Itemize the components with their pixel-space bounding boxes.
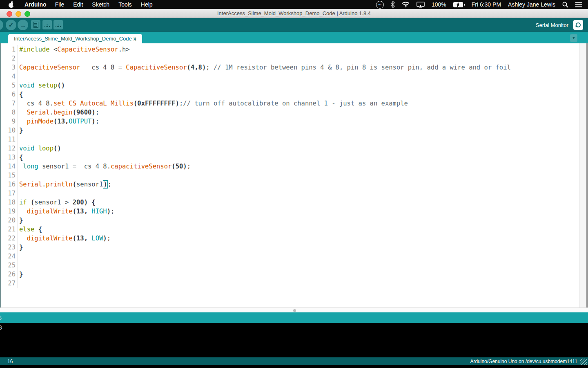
code-line[interactable]: 25: [1, 261, 580, 270]
window-title: InterAccess_Slime_Mold_Workshop_Demo_Cod…: [0, 10, 588, 16]
airplay-display-icon[interactable]: [416, 2, 425, 8]
document-icon: [33, 22, 38, 28]
code-text: [18, 54, 19, 63]
code-line[interactable]: 8 Serial.begin(9600);: [1, 108, 580, 117]
code-line[interactable]: 1#include <CapacitiveSensor.h>: [1, 45, 580, 54]
console-output[interactable]: G: [0, 323, 588, 357]
code-line[interactable]: 4: [1, 72, 580, 81]
menu-app-name[interactable]: Arduino: [20, 1, 51, 8]
spotlight-search-icon[interactable]: [562, 2, 568, 8]
code-token: set_CS_AutocaL_Millis: [53, 100, 134, 107]
menubar-user[interactable]: Ashley Jane Lewis: [508, 1, 555, 8]
code-line[interactable]: 15: [1, 171, 580, 180]
code-token: ): [91, 118, 95, 125]
code-token: {: [38, 226, 42, 233]
code-token: (50): [172, 163, 187, 170]
verify-button[interactable]: ✓: [6, 20, 16, 30]
code-token: }: [19, 271, 23, 278]
menu-help[interactable]: Help: [136, 1, 157, 8]
code-line[interactable]: 27: [1, 279, 580, 288]
code-line[interactable]: 17: [1, 189, 580, 198]
line-number: 14: [1, 162, 18, 171]
menu-file[interactable]: File: [51, 1, 69, 8]
code-token: [88, 235, 91, 242]
line-number: 21: [1, 225, 18, 234]
editor-scrollbar[interactable]: [579, 43, 586, 307]
code-text: digitalWrite(13, HIGH);: [18, 207, 114, 216]
line-number: 23: [1, 243, 18, 252]
tab-dropdown-button[interactable]: ▼: [570, 34, 577, 42]
serial-monitor-button[interactable]: [573, 20, 583, 30]
code-line[interactable]: 11: [1, 135, 580, 144]
window-titlebar[interactable]: InterAccess_Slime_Mold_Workshop_Demo_Cod…: [0, 9, 588, 18]
code-editor[interactable]: 1#include <CapacitiveSensor.h>23Capaciti…: [0, 43, 588, 307]
code-line[interactable]: 5void setup(): [1, 81, 580, 90]
code-token: (0xFFFFFFFF): [134, 100, 179, 107]
code-line[interactable]: 16Serial.println(sensor1);: [1, 180, 580, 189]
upload-button[interactable]: →: [18, 20, 28, 30]
menu-edit[interactable]: Edit: [69, 1, 87, 8]
code-line[interactable]: 7 cs_4_8.set_CS_AutocaL_Millis(0xFFFFFFF…: [1, 99, 580, 108]
code-line[interactable]: 9 pinMode(13,OUTPUT);: [1, 117, 580, 126]
menubar-clock[interactable]: Fri 6:30 PM: [472, 1, 501, 8]
right-arrow-icon: →: [20, 22, 26, 29]
board-port-indicator: Arduino/Genuino Uno on /dev/cu.usbmodem1…: [470, 359, 588, 364]
code-line[interactable]: 12void loop(): [1, 144, 580, 153]
code-token: [34, 226, 38, 233]
open-sketch-button[interactable]: ↑: [42, 20, 52, 29]
bluetooth-icon[interactable]: [391, 1, 395, 8]
menu-sketch[interactable]: Sketch: [87, 1, 114, 8]
tab-label: InterAccess_Slime_Mold_Workshop_Demo_Cod…: [14, 36, 136, 42]
new-sketch-button[interactable]: [31, 20, 40, 29]
editor-console-splitter[interactable]: [0, 307, 588, 312]
chevron-down-icon: ▼: [572, 36, 576, 40]
code-token: (4,8): [187, 64, 206, 71]
line-number-indicator: 16: [0, 359, 13, 364]
code-token: // 1M resistor between pins 4 & 8, pin 8…: [214, 64, 511, 71]
code-line[interactable]: 23}: [1, 243, 580, 252]
code-text: }: [18, 243, 23, 252]
code-line[interactable]: 6{: [1, 90, 580, 99]
code-token: sensor1 >: [34, 199, 72, 206]
code-token: [34, 145, 38, 152]
code-line[interactable]: 19 digitalWrite(13, HIGH);: [1, 207, 580, 216]
window-right-edge: [586, 43, 588, 307]
clipped-message-text: S: [0, 314, 2, 321]
splitter-handle-icon: [293, 309, 296, 312]
code-line[interactable]: 14 long sensor1 = cs_4_8.capacitiveSenso…: [1, 162, 580, 171]
code-line[interactable]: 26}: [1, 270, 580, 279]
code-line[interactable]: 3CapacitiveSensor cs_4_8 = CapacitiveSen…: [1, 63, 580, 72]
save-sketch-button[interactable]: ↓: [53, 20, 63, 29]
code-line[interactable]: 10}: [1, 126, 580, 135]
code-line[interactable]: 13{: [1, 153, 580, 162]
line-number: 17: [1, 189, 18, 198]
code-line[interactable]: 22 digitalWrite(13, LOW);: [1, 234, 580, 243]
code-text: {: [18, 153, 23, 162]
resize-grip-icon[interactable]: [580, 359, 587, 365]
code-token: ;: [107, 235, 111, 242]
line-number: 13: [1, 153, 18, 162]
code-token: ;: [96, 118, 99, 125]
code-token: OUTPUT: [69, 118, 91, 125]
code-line[interactable]: 18if (sensor1 > 200) {: [1, 198, 580, 207]
code-token: ;: [96, 109, 99, 116]
apple-menu-icon[interactable]: [5, 2, 17, 8]
code-line[interactable]: 20}: [1, 216, 580, 225]
wifi-icon[interactable]: [402, 2, 410, 7]
code-token: #include: [19, 46, 50, 53]
notification-center-icon[interactable]: [575, 2, 582, 7]
tab-sketch[interactable]: InterAccess_Slime_Mold_Workshop_Demo_Cod…: [8, 34, 142, 43]
line-number: 27: [1, 279, 18, 288]
code-token: (13,: [73, 208, 88, 215]
code-token: (: [31, 199, 34, 206]
serial-monitor-label: Serial Monitor: [536, 22, 568, 28]
code-line[interactable]: 24: [1, 252, 580, 261]
code-area: 1#include <CapacitiveSensor.h>23Capaciti…: [1, 45, 580, 288]
code-text: [18, 135, 19, 144]
creative-cloud-icon[interactable]: ∞: [376, 1, 384, 9]
menu-tools[interactable]: Tools: [114, 1, 136, 8]
code-line[interactable]: 21else {: [1, 225, 580, 234]
code-line[interactable]: 2: [1, 54, 580, 63]
code-token: setup: [38, 82, 58, 89]
line-number: 9: [1, 117, 18, 126]
